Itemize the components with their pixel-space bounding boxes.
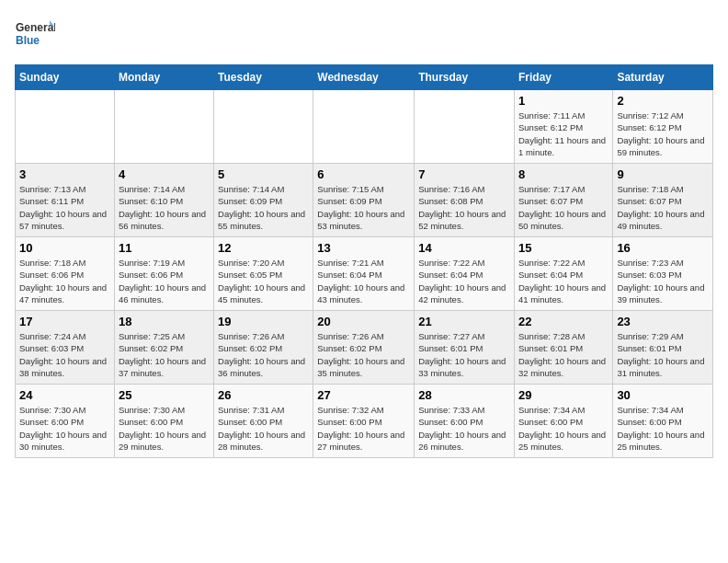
day-number: 7 xyxy=(418,167,510,181)
day-number: 15 xyxy=(518,241,609,255)
day-info: Sunrise: 7:28 AM Sunset: 6:01 PM Dayligh… xyxy=(518,330,609,379)
calendar-cell: 18Sunrise: 7:25 AM Sunset: 6:02 PM Dayli… xyxy=(114,311,213,385)
calendar-cell: 12Sunrise: 7:20 AM Sunset: 6:05 PM Dayli… xyxy=(214,237,313,311)
day-header-monday: Monday xyxy=(114,65,213,90)
calendar-cell xyxy=(214,90,313,164)
svg-text:General: General xyxy=(16,21,55,34)
day-number: 12 xyxy=(218,241,309,255)
week-row-4: 17Sunrise: 7:24 AM Sunset: 6:03 PM Dayli… xyxy=(16,311,713,385)
calendar-cell xyxy=(313,90,415,164)
calendar-cell: 17Sunrise: 7:24 AM Sunset: 6:03 PM Dayli… xyxy=(16,311,115,385)
svg-text:Blue: Blue xyxy=(16,34,40,47)
calendar-table: SundayMondayTuesdayWednesdayThursdayFrid… xyxy=(15,64,713,458)
day-info: Sunrise: 7:29 AM Sunset: 6:01 PM Dayligh… xyxy=(617,330,709,379)
calendar-cell: 5Sunrise: 7:14 AM Sunset: 6:09 PM Daylig… xyxy=(214,164,313,237)
day-number: 22 xyxy=(518,315,609,328)
calendar-cell: 8Sunrise: 7:17 AM Sunset: 6:07 PM Daylig… xyxy=(514,164,612,237)
day-info: Sunrise: 7:11 AM Sunset: 6:12 PM Dayligh… xyxy=(518,109,609,158)
day-header-saturday: Saturday xyxy=(613,65,713,90)
day-number: 4 xyxy=(119,167,210,181)
week-row-3: 10Sunrise: 7:18 AM Sunset: 6:06 PM Dayli… xyxy=(16,237,713,311)
calendar-cell: 20Sunrise: 7:26 AM Sunset: 6:02 PM Dayli… xyxy=(313,311,415,385)
calendar-cell xyxy=(16,90,115,164)
logo: General Blue xyxy=(15,15,55,55)
day-number: 25 xyxy=(119,388,210,402)
calendar-cell: 3Sunrise: 7:13 AM Sunset: 6:11 PM Daylig… xyxy=(16,164,115,237)
logo-svg: General Blue xyxy=(15,15,55,55)
day-header-wednesday: Wednesday xyxy=(313,65,415,90)
calendar-cell: 1Sunrise: 7:11 AM Sunset: 6:12 PM Daylig… xyxy=(514,90,612,164)
week-row-1: 1Sunrise: 7:11 AM Sunset: 6:12 PM Daylig… xyxy=(16,90,713,164)
day-number: 9 xyxy=(617,167,709,181)
day-number: 3 xyxy=(19,167,110,181)
day-info: Sunrise: 7:26 AM Sunset: 6:02 PM Dayligh… xyxy=(317,330,410,379)
calendar-cell: 14Sunrise: 7:22 AM Sunset: 6:04 PM Dayli… xyxy=(415,237,515,311)
day-number: 10 xyxy=(19,241,110,255)
calendar-cell: 2Sunrise: 7:12 AM Sunset: 6:12 PM Daylig… xyxy=(613,90,713,164)
day-number: 30 xyxy=(617,388,709,402)
day-info: Sunrise: 7:30 AM Sunset: 6:00 PM Dayligh… xyxy=(19,404,110,453)
day-info: Sunrise: 7:16 AM Sunset: 6:08 PM Dayligh… xyxy=(418,183,510,232)
day-number: 17 xyxy=(19,315,110,328)
calendar-cell: 10Sunrise: 7:18 AM Sunset: 6:06 PM Dayli… xyxy=(16,237,115,311)
calendar-cell: 23Sunrise: 7:29 AM Sunset: 6:01 PM Dayli… xyxy=(613,311,713,385)
day-info: Sunrise: 7:13 AM Sunset: 6:11 PM Dayligh… xyxy=(19,183,110,232)
day-number: 5 xyxy=(218,167,309,181)
day-info: Sunrise: 7:26 AM Sunset: 6:02 PM Dayligh… xyxy=(218,330,309,379)
day-info: Sunrise: 7:25 AM Sunset: 6:02 PM Dayligh… xyxy=(119,330,210,379)
day-number: 8 xyxy=(518,167,609,181)
day-number: 29 xyxy=(518,388,609,402)
calendar-cell: 30Sunrise: 7:34 AM Sunset: 6:00 PM Dayli… xyxy=(613,385,713,458)
day-info: Sunrise: 7:33 AM Sunset: 6:00 PM Dayligh… xyxy=(418,404,510,453)
week-row-5: 24Sunrise: 7:30 AM Sunset: 6:00 PM Dayli… xyxy=(16,385,713,458)
day-info: Sunrise: 7:22 AM Sunset: 6:04 PM Dayligh… xyxy=(518,257,609,305)
day-number: 16 xyxy=(617,241,709,255)
day-info: Sunrise: 7:27 AM Sunset: 6:01 PM Dayligh… xyxy=(418,330,510,379)
day-info: Sunrise: 7:34 AM Sunset: 6:00 PM Dayligh… xyxy=(518,404,609,453)
day-number: 13 xyxy=(317,241,410,255)
calendar-cell: 4Sunrise: 7:14 AM Sunset: 6:10 PM Daylig… xyxy=(114,164,213,237)
calendar-cell: 7Sunrise: 7:16 AM Sunset: 6:08 PM Daylig… xyxy=(415,164,515,237)
calendar-header-row: SundayMondayTuesdayWednesdayThursdayFrid… xyxy=(16,65,713,90)
day-info: Sunrise: 7:30 AM Sunset: 6:00 PM Dayligh… xyxy=(119,404,210,453)
calendar-cell: 13Sunrise: 7:21 AM Sunset: 6:04 PM Dayli… xyxy=(313,237,415,311)
week-row-2: 3Sunrise: 7:13 AM Sunset: 6:11 PM Daylig… xyxy=(16,164,713,237)
calendar-cell: 29Sunrise: 7:34 AM Sunset: 6:00 PM Dayli… xyxy=(514,385,612,458)
calendar-cell: 6Sunrise: 7:15 AM Sunset: 6:09 PM Daylig… xyxy=(313,164,415,237)
header: General Blue xyxy=(15,15,713,55)
day-header-thursday: Thursday xyxy=(415,65,515,90)
day-info: Sunrise: 7:22 AM Sunset: 6:04 PM Dayligh… xyxy=(418,257,510,305)
day-number: 14 xyxy=(418,241,510,255)
day-info: Sunrise: 7:23 AM Sunset: 6:03 PM Dayligh… xyxy=(617,257,709,305)
calendar-cell: 25Sunrise: 7:30 AM Sunset: 6:00 PM Dayli… xyxy=(114,385,213,458)
calendar-cell: 27Sunrise: 7:32 AM Sunset: 6:00 PM Dayli… xyxy=(313,385,415,458)
calendar-cell xyxy=(415,90,515,164)
day-number: 6 xyxy=(317,167,410,181)
calendar-cell: 9Sunrise: 7:18 AM Sunset: 6:07 PM Daylig… xyxy=(613,164,713,237)
day-number: 23 xyxy=(617,315,709,328)
day-number: 18 xyxy=(119,315,210,328)
calendar-cell: 24Sunrise: 7:30 AM Sunset: 6:00 PM Dayli… xyxy=(16,385,115,458)
day-info: Sunrise: 7:14 AM Sunset: 6:09 PM Dayligh… xyxy=(218,183,309,232)
day-info: Sunrise: 7:24 AM Sunset: 6:03 PM Dayligh… xyxy=(19,330,110,379)
day-info: Sunrise: 7:17 AM Sunset: 6:07 PM Dayligh… xyxy=(518,183,609,232)
day-number: 24 xyxy=(19,388,110,402)
day-info: Sunrise: 7:32 AM Sunset: 6:00 PM Dayligh… xyxy=(317,404,410,453)
day-info: Sunrise: 7:12 AM Sunset: 6:12 PM Dayligh… xyxy=(617,109,709,158)
calendar-cell xyxy=(114,90,213,164)
calendar-cell: 22Sunrise: 7:28 AM Sunset: 6:01 PM Dayli… xyxy=(514,311,612,385)
calendar-cell: 21Sunrise: 7:27 AM Sunset: 6:01 PM Dayli… xyxy=(415,311,515,385)
calendar-cell: 15Sunrise: 7:22 AM Sunset: 6:04 PM Dayli… xyxy=(514,237,612,311)
calendar-cell: 26Sunrise: 7:31 AM Sunset: 6:00 PM Dayli… xyxy=(214,385,313,458)
calendar-cell: 19Sunrise: 7:26 AM Sunset: 6:02 PM Dayli… xyxy=(214,311,313,385)
day-number: 11 xyxy=(119,241,210,255)
day-info: Sunrise: 7:18 AM Sunset: 6:07 PM Dayligh… xyxy=(617,183,709,232)
day-info: Sunrise: 7:34 AM Sunset: 6:00 PM Dayligh… xyxy=(617,404,709,453)
day-header-friday: Friday xyxy=(514,65,612,90)
day-number: 19 xyxy=(218,315,309,328)
calendar-cell: 16Sunrise: 7:23 AM Sunset: 6:03 PM Dayli… xyxy=(613,237,713,311)
day-header-tuesday: Tuesday xyxy=(214,65,313,90)
day-info: Sunrise: 7:31 AM Sunset: 6:00 PM Dayligh… xyxy=(218,404,309,453)
day-number: 20 xyxy=(317,315,410,328)
day-number: 27 xyxy=(317,388,410,402)
